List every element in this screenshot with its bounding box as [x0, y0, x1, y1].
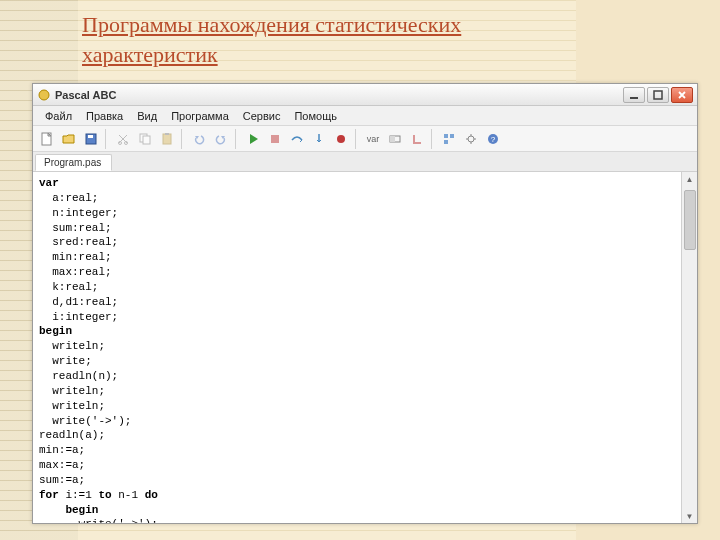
cut-icon[interactable]: [113, 129, 133, 149]
svg-text:?: ?: [491, 135, 496, 144]
settings-icon[interactable]: [461, 129, 481, 149]
code-line: min:real;: [39, 251, 112, 263]
breakpoint-icon[interactable]: [331, 129, 351, 149]
tab-program[interactable]: Program.pas: [35, 154, 112, 171]
copy-icon[interactable]: [135, 129, 155, 149]
window-title: Pascal ABC: [55, 89, 619, 101]
code-line: sum:real;: [39, 222, 112, 234]
svg-point-13: [337, 135, 345, 143]
save-icon[interactable]: [81, 129, 101, 149]
open-icon[interactable]: [59, 129, 79, 149]
code-line: var: [39, 177, 59, 189]
menu-service[interactable]: Сервис: [237, 108, 287, 124]
svg-rect-1: [630, 97, 638, 99]
svg-rect-15: [390, 136, 395, 142]
scroll-down-icon[interactable]: ▼: [683, 509, 697, 523]
code-line: write('->');: [39, 415, 131, 427]
app-icon: [37, 88, 51, 102]
stop-icon[interactable]: [265, 129, 285, 149]
maximize-button[interactable]: [647, 87, 669, 103]
slide-title-line2: характеристик: [82, 42, 218, 67]
code-frag: i:=1: [65, 489, 98, 501]
code-frag: n-1: [118, 489, 144, 501]
menu-file[interactable]: Файл: [39, 108, 78, 124]
separator: [235, 129, 239, 149]
code-line: begin: [39, 504, 98, 516]
paste-icon[interactable]: [157, 129, 177, 149]
svg-rect-2: [654, 91, 662, 99]
undo-icon[interactable]: [189, 129, 209, 149]
code-line: min:=a;: [39, 444, 85, 456]
code-line: write('->');: [39, 518, 158, 523]
tabbar: Program.pas: [33, 152, 697, 172]
slide-title-line1: Программы нахождения статистических: [82, 12, 461, 37]
code-line: a:real;: [39, 192, 98, 204]
menu-edit[interactable]: Правка: [80, 108, 129, 124]
svg-rect-12: [271, 135, 279, 143]
minimize-button[interactable]: [623, 87, 645, 103]
menubar: Файл Правка Вид Программа Сервис Помощь: [33, 106, 697, 126]
code-line: readln(a);: [39, 429, 105, 441]
code-line: d,d1:real;: [39, 296, 118, 308]
code-line: sred:real;: [39, 236, 118, 248]
code-line: i:integer;: [39, 311, 118, 323]
run-icon[interactable]: [243, 129, 263, 149]
class-view-icon[interactable]: [439, 129, 459, 149]
svg-point-0: [39, 90, 49, 100]
separator: [181, 129, 185, 149]
svg-rect-18: [444, 140, 448, 144]
help-icon[interactable]: ?: [483, 129, 503, 149]
code-line: write;: [39, 355, 92, 367]
close-button[interactable]: [671, 87, 693, 103]
code-line: max:=a;: [39, 459, 85, 471]
new-file-icon[interactable]: [37, 129, 57, 149]
svg-rect-10: [163, 134, 171, 144]
titlebar[interactable]: Pascal ABC: [33, 84, 697, 106]
var-icon[interactable]: var: [363, 129, 383, 149]
menu-program[interactable]: Программа: [165, 108, 235, 124]
code-line: k:real;: [39, 281, 98, 293]
app-window: Pascal ABC Файл Правка Вид Программа Сер…: [32, 83, 698, 524]
svg-point-19: [468, 136, 474, 142]
separator: [105, 129, 109, 149]
code-editor[interactable]: var a:real; n:integer; sum:real; sred:re…: [33, 172, 681, 523]
code-line: begin: [39, 325, 72, 337]
step-into-icon[interactable]: [309, 129, 329, 149]
kw-to: to: [98, 489, 118, 501]
kw-do: do: [145, 489, 158, 501]
step-over-icon[interactable]: [287, 129, 307, 149]
stop-square-icon[interactable]: [407, 129, 427, 149]
svg-rect-9: [143, 136, 150, 144]
svg-point-6: [119, 141, 122, 144]
svg-rect-5: [88, 135, 93, 138]
svg-rect-11: [165, 133, 169, 135]
code-line: n:integer;: [39, 207, 118, 219]
kw-for: for: [39, 489, 65, 501]
code-line: writeln;: [39, 340, 105, 352]
code-line: max:real;: [39, 266, 112, 278]
code-line: writeln;: [39, 385, 105, 397]
toolbar: var ?: [33, 126, 697, 152]
scroll-thumb[interactable]: [684, 190, 696, 250]
code-line: sum:=a;: [39, 474, 85, 486]
vertical-scrollbar[interactable]: ▲ ▼: [681, 172, 697, 523]
menu-help[interactable]: Помощь: [288, 108, 343, 124]
slide-title: Программы нахождения статистических хара…: [82, 10, 461, 69]
code-line: writeln;: [39, 400, 105, 412]
code-line: readln(n);: [39, 370, 118, 382]
svg-rect-16: [444, 134, 448, 138]
separator: [355, 129, 359, 149]
svg-rect-17: [450, 134, 454, 138]
scroll-up-icon[interactable]: ▲: [683, 172, 697, 186]
separator: [431, 129, 435, 149]
menu-view[interactable]: Вид: [131, 108, 163, 124]
icon-toggle[interactable]: [385, 129, 405, 149]
redo-icon[interactable]: [211, 129, 231, 149]
svg-point-7: [125, 141, 128, 144]
